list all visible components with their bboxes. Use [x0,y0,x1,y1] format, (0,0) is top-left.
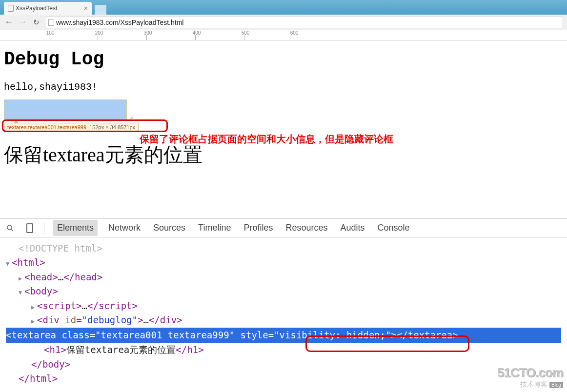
svg-line-1 [11,229,13,231]
new-tab-button[interactable] [95,5,106,15]
dom-tree[interactable]: <!DOCTYPE html> <html> <head>…</head> <b… [0,237,567,390]
page-icon [8,5,14,12]
ruler-tick: 200 [93,30,105,36]
inspector-tooltip: textarea.textarea001.textarea999 152px ×… [4,123,563,132]
dom-html-open[interactable]: <html> [6,255,561,270]
ruler-tick: 500 [240,30,251,36]
reload-button[interactable]: ↻ [31,18,41,27]
forward-button[interactable]: → [18,18,27,27]
ruler-tick: 300 [142,30,154,36]
dom-script[interactable]: <script>…</script> [6,299,561,313]
svg-rect-2 [27,224,33,233]
watermark-line2: 技术博客Blog [497,380,563,389]
ruler-tick: 100 [44,30,56,36]
devtools-tab-network[interactable]: Network [106,220,142,236]
devtools-tab-audits[interactable]: Audits [339,220,367,236]
browser-tab[interactable]: XssPayloadTest × [4,2,92,15]
devtools-toolbar: Elements Network Sources Timeline Profil… [0,219,567,237]
device-mode-icon[interactable] [24,223,35,234]
page-content: Debug Log hello,shayi1983! textarea.text… [0,41,567,171]
svg-point-0 [7,225,12,230]
devtools-tab-sources[interactable]: Sources [151,220,187,236]
browser-tab-strip: XssPayloadTest × [0,0,567,15]
debug-heading: Debug Log [4,49,563,70]
devtools-tab-elements[interactable]: Elements [53,220,98,236]
devtools-tab-console[interactable]: Console [376,220,412,236]
ruler-tick: 600 [288,30,300,36]
watermark: 51CTO.com 技术博客Blog [497,365,563,389]
inspected-textarea[interactable] [4,99,134,120]
search-icon[interactable] [5,223,16,234]
tab-title: XssPayloadTest [16,5,57,12]
dom-body-close[interactable]: </body> [6,357,561,372]
annotation-text: 保留了评论框占据页面的空间和大小信息，但是隐藏评论框 [140,133,393,146]
url-input[interactable]: www.shayi1983.com/XssPayloadTest.html [45,17,563,28]
url-text: www.shayi1983.com/XssPayloadTest.html [56,19,183,26]
ruler-tick: 400 [191,30,202,36]
devtools-tab-profiles[interactable]: Profiles [242,220,275,236]
devtools-tab-resources[interactable]: Resources [284,220,330,236]
address-bar: ← → ↻ www.shayi1983.com/XssPayloadTest.h… [0,15,567,30]
ruler: 100 200 300 400 500 600 [0,30,567,41]
hello-text: hello,shayi1983! [4,81,563,93]
dom-head[interactable]: <head>…</head> [6,270,561,284]
devtools-panel: Elements Network Sources Timeline Profil… [0,218,567,392]
dom-h1[interactable]: <h1>保留textarea元素的位置</h1> [6,343,561,357]
dom-textarea-selected[interactable]: <textarea class="textarea001 textarea999… [6,328,561,343]
annotation-box-style [305,335,469,352]
devtools-tab-timeline[interactable]: Timeline [196,220,233,236]
dom-body-open[interactable]: <body> [6,284,561,298]
annotation-box [2,119,168,132]
dom-div-debuglog[interactable]: <div id="debuglog">…</div> [6,313,561,327]
dom-html-close[interactable]: </html> [6,372,561,386]
close-tab-icon[interactable]: × [84,5,88,12]
back-button[interactable]: ← [4,18,14,27]
dom-doctype[interactable]: <!DOCTYPE html> [6,241,561,255]
watermark-line1: 51CTO.com [497,365,563,380]
page-icon [48,19,54,26]
